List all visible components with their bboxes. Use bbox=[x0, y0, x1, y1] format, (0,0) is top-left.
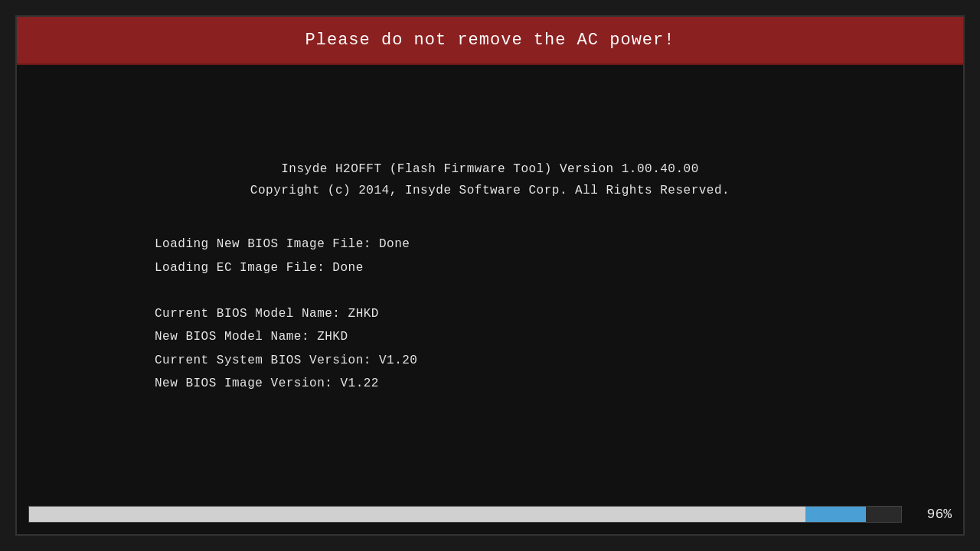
progress-bar-fill bbox=[29, 507, 805, 522]
current-bios-model: Current BIOS Model Name: ZHKD bbox=[155, 302, 887, 325]
current-bios-version: Current System BIOS Version: V1.20 bbox=[155, 349, 887, 372]
progress-section: 96% bbox=[28, 506, 952, 523]
main-content: Insyde H2OFFT (Flash Firmware Tool) Vers… bbox=[17, 65, 963, 534]
tool-name-line: Insyde H2OFFT (Flash Firmware Tool) Vers… bbox=[93, 158, 887, 181]
new-bios-version: New BIOS Image Version: V1.22 bbox=[155, 372, 887, 395]
tool-copyright-line: Copyright (c) 2014, Insyde Software Corp… bbox=[93, 180, 887, 202]
warning-banner: Please do not remove the AC power! bbox=[17, 17, 963, 65]
status-info: Loading New BIOS Image File: Done Loadin… bbox=[93, 233, 887, 279]
warning-text: Please do not remove the AC power! bbox=[305, 31, 675, 50]
progress-bar-container bbox=[28, 506, 902, 523]
progress-bar-active-segment bbox=[805, 507, 867, 522]
new-bios-model: New BIOS Model Name: ZHKD bbox=[155, 325, 887, 348]
bios-flash-screen: Please do not remove the AC power! Insyd… bbox=[15, 15, 965, 536]
bios-image-status: Loading New BIOS Image File: Done bbox=[155, 233, 887, 256]
bios-info: Current BIOS Model Name: ZHKD New BIOS M… bbox=[93, 302, 887, 396]
ec-image-status: Loading EC Image File: Done bbox=[155, 256, 887, 279]
tool-info: Insyde H2OFFT (Flash Firmware Tool) Vers… bbox=[93, 158, 887, 203]
progress-percentage: 96% bbox=[913, 507, 952, 522]
